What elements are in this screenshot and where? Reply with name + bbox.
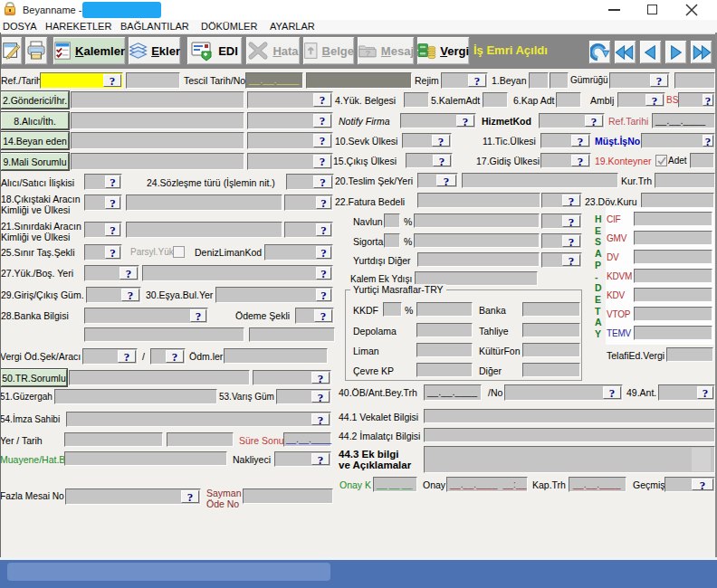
svg-text:?: ? (365, 49, 370, 58)
